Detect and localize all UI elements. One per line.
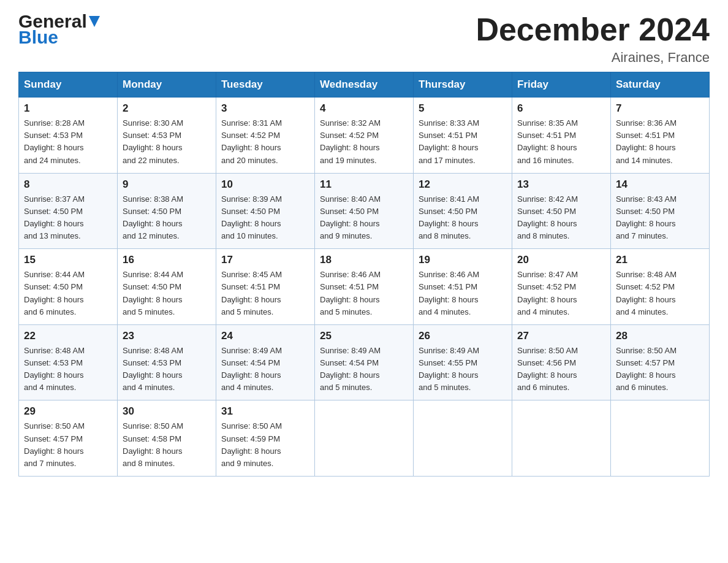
day-info: Sunrise: 8:41 AMSunset: 4:50 PMDaylight:… [419,193,507,243]
svg-marker-0 [89,16,100,27]
day-info: Sunrise: 8:38 AMSunset: 4:50 PMDaylight:… [123,193,211,243]
calendar-day-cell: 2Sunrise: 8:30 AMSunset: 4:53 PMDaylight… [118,98,216,174]
calendar-day-cell: 14Sunrise: 8:43 AMSunset: 4:50 PMDayligh… [611,173,710,249]
day-info: Sunrise: 8:36 AMSunset: 4:51 PMDaylight:… [616,117,704,167]
day-info: Sunrise: 8:44 AMSunset: 4:50 PMDaylight:… [123,269,211,318]
day-info: Sunrise: 8:48 AMSunset: 4:53 PMDaylight:… [123,345,211,394]
day-info: Sunrise: 8:44 AMSunset: 4:50 PMDaylight:… [24,269,112,318]
day-number: 24 [221,330,309,342]
day-info: Sunrise: 8:50 AMSunset: 4:57 PMDaylight:… [616,345,704,394]
day-info: Sunrise: 8:48 AMSunset: 4:52 PMDaylight:… [616,269,704,318]
title-block: December 2024 Airaines, France [476,12,710,66]
day-number: 22 [24,330,112,342]
day-number: 30 [123,405,211,418]
day-info: Sunrise: 8:49 AMSunset: 4:54 PMDaylight:… [320,345,408,394]
calendar-day-cell: 29Sunrise: 8:50 AMSunset: 4:57 PMDayligh… [19,400,118,477]
day-number: 8 [24,178,112,191]
calendar-day-cell: 17Sunrise: 8:45 AMSunset: 4:51 PMDayligh… [216,249,315,325]
day-number: 21 [616,254,704,266]
day-info: Sunrise: 8:28 AMSunset: 4:53 PMDaylight:… [24,117,112,167]
day-info: Sunrise: 8:30 AMSunset: 4:53 PMDaylight:… [123,117,211,167]
calendar-header-row: SundayMondayTuesdayWednesdayThursdayFrid… [19,72,710,98]
day-info: Sunrise: 8:50 AMSunset: 4:58 PMDaylight:… [123,420,211,470]
calendar-day-cell: 6Sunrise: 8:35 AMSunset: 4:51 PMDaylight… [512,98,611,174]
calendar-week-row: 8Sunrise: 8:37 AMSunset: 4:50 PMDaylight… [19,173,710,249]
day-number: 14 [616,178,704,191]
calendar-header-tuesday: Tuesday [216,72,315,98]
calendar-day-cell: 31Sunrise: 8:50 AMSunset: 4:59 PMDayligh… [216,400,315,477]
calendar-day-cell: 10Sunrise: 8:39 AMSunset: 4:50 PMDayligh… [216,173,315,249]
day-number: 19 [419,254,507,266]
day-number: 18 [320,254,408,266]
calendar-day-cell: 18Sunrise: 8:46 AMSunset: 4:51 PMDayligh… [315,249,414,325]
day-info: Sunrise: 8:39 AMSunset: 4:50 PMDaylight:… [221,193,309,243]
calendar-day-cell: 25Sunrise: 8:49 AMSunset: 4:54 PMDayligh… [315,324,414,400]
calendar-day-cell: 7Sunrise: 8:36 AMSunset: 4:51 PMDaylight… [611,98,710,174]
calendar-day-cell: 27Sunrise: 8:50 AMSunset: 4:56 PMDayligh… [512,324,611,400]
location-title: Airaines, France [476,50,710,66]
calendar-week-row: 22Sunrise: 8:48 AMSunset: 4:53 PMDayligh… [19,324,710,400]
calendar-week-row: 29Sunrise: 8:50 AMSunset: 4:57 PMDayligh… [19,400,710,477]
day-info: Sunrise: 8:46 AMSunset: 4:51 PMDaylight:… [419,269,507,318]
calendar-header-sunday: Sunday [19,72,118,98]
day-info: Sunrise: 8:45 AMSunset: 4:51 PMDaylight:… [221,269,309,318]
calendar-day-cell: 20Sunrise: 8:47 AMSunset: 4:52 PMDayligh… [512,249,611,325]
day-number: 13 [517,178,605,191]
day-number: 23 [123,330,211,342]
calendar-day-cell: 13Sunrise: 8:42 AMSunset: 4:50 PMDayligh… [512,173,611,249]
day-number: 1 [24,102,112,115]
day-info: Sunrise: 8:49 AMSunset: 4:55 PMDaylight:… [419,345,507,394]
day-number: 7 [616,102,704,115]
calendar-table: SundayMondayTuesdayWednesdayThursdayFrid… [18,72,710,477]
calendar-day-cell: 4Sunrise: 8:32 AMSunset: 4:52 PMDaylight… [315,98,414,174]
day-number: 17 [221,254,309,266]
day-number: 11 [320,178,408,191]
day-info: Sunrise: 8:43 AMSunset: 4:50 PMDaylight:… [616,193,704,243]
calendar-day-cell: 5Sunrise: 8:33 AMSunset: 4:51 PMDaylight… [414,98,512,174]
day-info: Sunrise: 8:42 AMSunset: 4:50 PMDaylight:… [517,193,605,243]
calendar-day-cell: 24Sunrise: 8:49 AMSunset: 4:54 PMDayligh… [216,324,315,400]
calendar-day-cell: 26Sunrise: 8:49 AMSunset: 4:55 PMDayligh… [414,324,512,400]
logo-triangle-icon [89,16,100,29]
day-info: Sunrise: 8:35 AMSunset: 4:51 PMDaylight:… [517,117,605,167]
day-number: 26 [419,330,507,342]
day-number: 3 [221,102,309,115]
calendar-empty-cell [512,400,611,477]
calendar-week-row: 1Sunrise: 8:28 AMSunset: 4:53 PMDaylight… [19,98,710,174]
calendar-day-cell: 28Sunrise: 8:50 AMSunset: 4:57 PMDayligh… [611,324,710,400]
day-info: Sunrise: 8:31 AMSunset: 4:52 PMDaylight:… [221,117,309,167]
day-number: 2 [123,102,211,115]
calendar-header-monday: Monday [118,72,216,98]
day-number: 5 [419,102,507,115]
day-info: Sunrise: 8:46 AMSunset: 4:51 PMDaylight:… [320,269,408,318]
calendar-day-cell: 8Sunrise: 8:37 AMSunset: 4:50 PMDaylight… [19,173,118,249]
day-info: Sunrise: 8:40 AMSunset: 4:50 PMDaylight:… [320,193,408,243]
calendar-header-wednesday: Wednesday [315,72,414,98]
calendar-header-saturday: Saturday [611,72,710,98]
calendar-header-thursday: Thursday [414,72,512,98]
calendar-day-cell: 9Sunrise: 8:38 AMSunset: 4:50 PMDaylight… [118,173,216,249]
day-number: 15 [24,254,112,266]
day-info: Sunrise: 8:47 AMSunset: 4:52 PMDaylight:… [517,269,605,318]
day-info: Sunrise: 8:37 AMSunset: 4:50 PMDaylight:… [24,193,112,243]
day-number: 4 [320,102,408,115]
logo: General Blue [18,12,100,47]
calendar-header-friday: Friday [512,72,611,98]
calendar-day-cell: 23Sunrise: 8:48 AMSunset: 4:53 PMDayligh… [118,324,216,400]
day-number: 29 [24,405,112,418]
day-number: 28 [616,330,704,342]
day-number: 12 [419,178,507,191]
day-number: 20 [517,254,605,266]
calendar-day-cell: 12Sunrise: 8:41 AMSunset: 4:50 PMDayligh… [414,173,512,249]
day-number: 9 [123,178,211,191]
day-info: Sunrise: 8:49 AMSunset: 4:54 PMDaylight:… [221,345,309,394]
day-number: 6 [517,102,605,115]
day-number: 10 [221,178,309,191]
logo-blue-text: Blue [18,28,100,47]
day-info: Sunrise: 8:50 AMSunset: 4:57 PMDaylight:… [24,420,112,470]
day-info: Sunrise: 8:50 AMSunset: 4:59 PMDaylight:… [221,420,309,470]
calendar-day-cell: 30Sunrise: 8:50 AMSunset: 4:58 PMDayligh… [118,400,216,477]
day-number: 27 [517,330,605,342]
calendar-day-cell: 1Sunrise: 8:28 AMSunset: 4:53 PMDaylight… [19,98,118,174]
calendar-empty-cell [611,400,710,477]
